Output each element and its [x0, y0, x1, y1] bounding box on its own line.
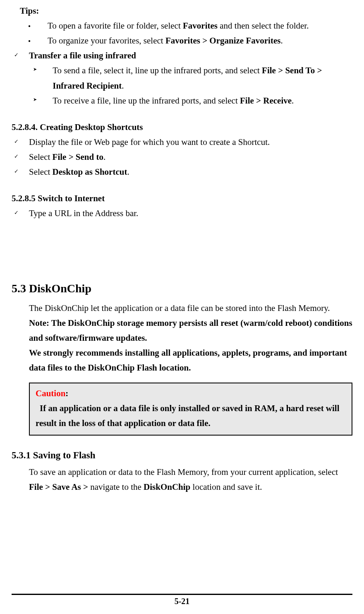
list-item: Display the file or Web page for which y… — [14, 135, 352, 149]
section-heading-53: 5.3 DiskOnChip — [12, 279, 352, 299]
section-heading-531: 5.3.1 Saving to Flash — [12, 447, 352, 464]
page-number: 5-21 — [0, 594, 364, 608]
text: . — [103, 152, 105, 162]
list-item: To send a file, select it, line up the i… — [33, 63, 352, 93]
bold-text: Favorites — [183, 21, 218, 31]
text: Display the file or Web page for which y… — [29, 135, 347, 149]
heading: Transfer a file using infrared — [29, 48, 347, 63]
caution-text: If an application or a data file is only… — [36, 401, 346, 431]
bold-text: File > Send to — [53, 152, 103, 162]
text: . — [292, 96, 294, 106]
text: location and save it. — [190, 482, 262, 492]
bold-text: DiskOnChip — [144, 482, 190, 492]
text: Select — [29, 167, 53, 177]
sec-5285-list: Type a URL in the Address bar. — [14, 206, 352, 221]
tips-list: To open a favorite file or folder, selec… — [28, 18, 352, 48]
recommendation-text: We strongly recommends installing all ap… — [29, 345, 352, 375]
list-item: To open a favorite file or folder, selec… — [28, 18, 352, 33]
list-item: To organize your favorites, select Favor… — [28, 33, 352, 48]
tips-label: Tips: — [20, 3, 352, 18]
sec-5284-list: Display the file or Web page for which y… — [14, 135, 352, 179]
page: Tips: To open a favorite file or folder,… — [0, 0, 364, 614]
list-item: Transfer a file using infrared — [14, 48, 352, 63]
list-item: Select Desktop as Shortcut. — [14, 164, 352, 179]
list-item: Type a URL in the Address bar. — [14, 206, 352, 221]
body-text: The DiskOnChip let the application or a … — [29, 301, 352, 315]
body-text: To save an application or data to the Fl… — [29, 465, 352, 494]
list-item: Select File > Send to. — [14, 149, 352, 164]
caution-box: Caution: If an application or a data fil… — [29, 383, 352, 436]
caution-colon: : — [65, 388, 68, 398]
text: and then select the folder. — [218, 21, 309, 31]
section-heading-5284: 5.2.8.4. Creating Desktop Shortcuts — [12, 120, 352, 135]
caution-label: Caution — [36, 388, 65, 398]
text: Select — [29, 152, 53, 162]
section-heading-5285: 5.2.8.5 Switch to Internet — [12, 191, 352, 206]
bold-text: Favorites > Organize Favorites — [165, 36, 280, 46]
text: . — [127, 167, 129, 177]
bold-text: Desktop as Shortcut — [53, 167, 127, 177]
text: To receive a file, line up the infrared … — [53, 96, 240, 106]
note-text: Note: The DiskOnChip storage memory pers… — [29, 315, 352, 345]
text: To save an application or data to the Fl… — [29, 467, 338, 477]
transfer-list: To send a file, select it, line up the i… — [33, 63, 352, 108]
bold-text: File > Receive — [240, 96, 292, 106]
text: To send a file, select it, line up the i… — [53, 65, 262, 75]
list-item: To receive a file, line up the infrared … — [33, 93, 352, 108]
transfer-heading-list: Transfer a file using infrared — [14, 48, 352, 63]
text: To organize your favorites, select — [48, 36, 165, 46]
text: To open a favorite file or folder, selec… — [48, 21, 183, 31]
text: Type a URL in the Address bar. — [29, 206, 347, 221]
bold-text: File > Save As > — [29, 482, 90, 492]
text: navigate to the — [90, 482, 144, 492]
text: . — [122, 81, 124, 91]
text: . — [280, 36, 283, 46]
